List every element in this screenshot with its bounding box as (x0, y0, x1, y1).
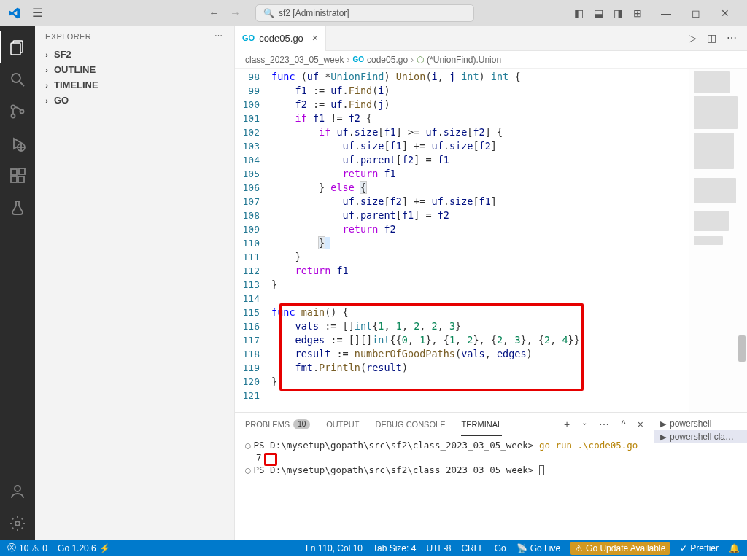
sidebar-section-outline[interactable]: ›OUTLINE (35, 62, 234, 77)
close-window-icon[interactable]: ✕ (721, 7, 729, 19)
settings-icon[interactable] (0, 508, 35, 540)
panel-tabs: PROBLEMS10 OUTPUT DEBUG CONSOLE TERMINAL… (235, 413, 654, 436)
vscode-icon (9, 7, 20, 19)
tab-close-icon[interactable]: × (312, 32, 318, 44)
minimize-icon[interactable]: — (661, 7, 671, 19)
status-go-live[interactable]: 📡Go Live (516, 542, 560, 555)
sidebar-section-go[interactable]: ›GO (35, 93, 234, 108)
panel-maximize-icon[interactable]: ^ (621, 419, 626, 430)
nav-forward-icon[interactable]: → (230, 7, 241, 19)
layout-controls: ◧ ⬓ ◨ ⊞ (574, 7, 649, 19)
status-eol[interactable]: CRLF (461, 542, 484, 555)
terminal-body[interactable]: ○PS D:\mysetup\gopath\src\sf2\class_2023… (235, 436, 654, 540)
status-prettier[interactable]: ✓Prettier (680, 542, 719, 555)
status-go-version[interactable]: Go 1.20.6⚡ (58, 543, 110, 553)
activity-bar (0, 26, 35, 540)
status-notifications-icon[interactable]: 🔔 (729, 542, 740, 555)
window-controls: — ◻ ✕ (649, 7, 741, 19)
toggle-primary-sidebar-icon[interactable]: ◧ (574, 7, 584, 19)
svg-point-6 (20, 110, 24, 114)
panel-tab-problems[interactable]: PROBLEMS10 (245, 413, 310, 436)
code-body[interactable]: func (uf *UnionFind) Union(i, j int) int… (271, 69, 689, 412)
panel-tab-terminal[interactable]: TERMINAL (461, 413, 502, 436)
nav-back-icon[interactable]: ← (209, 7, 220, 19)
svg-rect-13 (18, 176, 24, 182)
split-editor-icon[interactable]: ◫ (707, 32, 716, 44)
line-gutter: 9899100101102103104105106107108109110111… (235, 69, 271, 412)
panel-tab-debug[interactable]: DEBUG CONSOLE (376, 413, 446, 436)
status-language[interactable]: Go (495, 542, 506, 555)
breadcrumb[interactable]: class_2023_03_05_week › GO code05.go › ⬡… (235, 51, 747, 69)
testing-icon[interactable] (0, 192, 35, 224)
svg-point-2 (12, 74, 20, 82)
status-go-update[interactable]: ⚠Go Update Available (570, 542, 670, 555)
svg-point-15 (15, 486, 20, 491)
go-file-icon: GO (352, 55, 364, 63)
svg-point-5 (12, 114, 15, 118)
svg-rect-14 (19, 168, 25, 174)
explorer-more-icon[interactable]: ⋯ (214, 31, 224, 41)
accounts-icon[interactable] (0, 475, 35, 508)
bottom-panel: PROBLEMS10 OUTPUT DEBUG CONSOLE TERMINAL… (235, 412, 747, 540)
tab-label: code05.go (259, 33, 303, 44)
sidebar-section-timeline[interactable]: ›TIMELINE (35, 77, 234, 93)
titlebar: ☰ ← → 🔍 sf2 [Administrator] ◧ ⬓ ◨ ⊞ — ◻ … (0, 0, 747, 26)
explorer-icon[interactable] (0, 31, 35, 63)
terminal-dropdown-icon[interactable]: ⌄ (581, 419, 587, 430)
svg-rect-12 (11, 176, 17, 182)
code-editor[interactable]: 9899100101102103104105106107108109110111… (235, 69, 747, 412)
tab-code05[interactable]: GO code05.go × (235, 26, 326, 51)
editor-tabs: GO code05.go × ▷ ◫ ⋯ (235, 26, 747, 51)
status-line-col[interactable]: Ln 110, Col 10 (306, 542, 363, 555)
search-icon: 🔍 (263, 8, 274, 18)
terminal-list: ▶powershell ▶powershell cla… (654, 413, 747, 540)
svg-point-16 (15, 521, 20, 526)
nav-arrows: ← → (209, 7, 241, 19)
panel-more-icon[interactable]: ⋯ (599, 419, 609, 430)
editor-more-icon[interactable]: ⋯ (727, 32, 737, 44)
terminal-cursor (539, 465, 544, 475)
editor-area: GO code05.go × ▷ ◫ ⋯ class_2023_03_05_we… (235, 26, 747, 540)
menu-icon[interactable]: ☰ (26, 3, 48, 23)
go-file-icon: GO (242, 34, 255, 42)
status-tab-size[interactable]: Tab Size: 4 (373, 542, 416, 555)
editor-scrollbar[interactable] (738, 335, 746, 362)
toggle-secondary-sidebar-icon[interactable]: ◨ (614, 7, 623, 19)
extensions-icon[interactable] (0, 160, 35, 192)
source-control-icon[interactable] (0, 96, 35, 128)
svg-line-3 (20, 82, 24, 86)
command-center[interactable]: 🔍 sf2 [Administrator] (255, 4, 474, 22)
search-text: sf2 [Administrator] (279, 8, 349, 18)
explorer-title: EXPLORER (45, 32, 91, 41)
sidebar-folder-sf2[interactable]: ›SF2 (35, 47, 234, 62)
search-activity-icon[interactable] (0, 63, 35, 96)
terminal-item[interactable]: ▶powershell cla… (654, 430, 747, 443)
customize-layout-icon[interactable]: ⊞ (633, 7, 642, 19)
toggle-panel-icon[interactable]: ⬓ (594, 7, 603, 19)
svg-point-4 (12, 106, 15, 109)
statusbar: ⓧ10⚠0 Go 1.20.6⚡ Ln 110, Col 10 Tab Size… (0, 540, 747, 556)
status-errors[interactable]: ⓧ10⚠0 (7, 542, 47, 554)
panel-close-icon[interactable]: × (638, 419, 643, 430)
terminal-item[interactable]: ▶powershell (654, 417, 747, 430)
run-debug-icon[interactable] (0, 128, 35, 160)
run-icon[interactable]: ▷ (689, 32, 697, 44)
method-icon: ⬡ (417, 55, 424, 65)
maximize-icon[interactable]: ◻ (692, 7, 700, 19)
status-encoding[interactable]: UTF-8 (426, 542, 451, 555)
svg-rect-1 (11, 43, 20, 55)
panel-tab-output[interactable]: OUTPUT (326, 413, 359, 436)
explorer-sidebar: EXPLORER ⋯ ›SF2 ›OUTLINE ›TIMELINE ›GO (35, 26, 235, 540)
svg-rect-11 (11, 169, 17, 175)
new-terminal-icon[interactable]: + (564, 419, 570, 430)
